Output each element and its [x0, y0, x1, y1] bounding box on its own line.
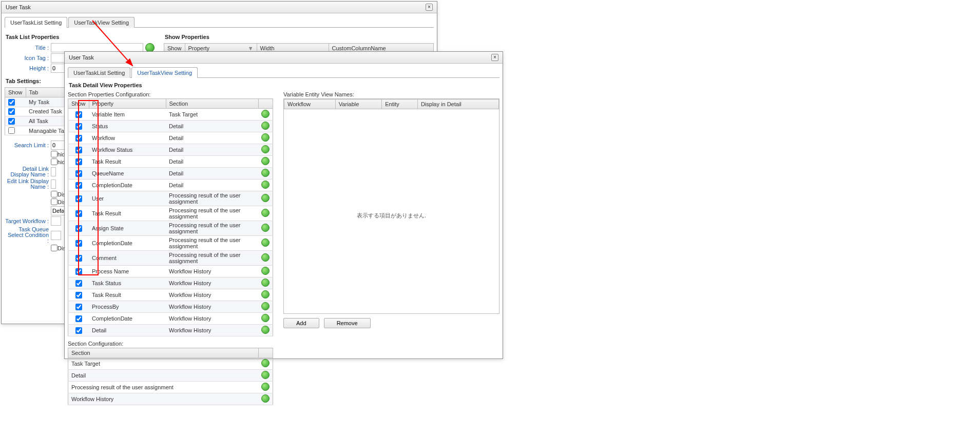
- cb-mytask[interactable]: [8, 99, 15, 106]
- cb-row[interactable]: [75, 123, 82, 130]
- defau-input[interactable]: [51, 206, 65, 215]
- table-row[interactable]: Task Result Detail: [68, 156, 273, 168]
- table-row[interactable]: Detail: [68, 370, 273, 382]
- cb-row[interactable]: [75, 327, 82, 334]
- edit-icon[interactable]: [261, 122, 270, 130]
- tab-usertaskview-front[interactable]: UserTaskView Setting: [131, 67, 198, 78]
- table-row[interactable]: Task Result Workflow History: [68, 289, 273, 301]
- edit-icon[interactable]: [261, 169, 270, 177]
- edit-icon[interactable]: [261, 314, 270, 322]
- edit-icon[interactable]: [261, 181, 270, 189]
- table-row[interactable]: Task Result Processing result of the use…: [68, 206, 273, 221]
- edit-icon[interactable]: [261, 238, 270, 247]
- cb-row[interactable]: [75, 158, 82, 165]
- tab-usertasklist-front[interactable]: UserTaskList Setting: [68, 67, 130, 78]
- edit-icon[interactable]: [261, 383, 270, 391]
- cb-row[interactable]: [75, 225, 82, 232]
- add-button[interactable]: Add: [283, 318, 319, 328]
- remove-button[interactable]: Remove: [324, 318, 371, 328]
- table-row[interactable]: User Processing result of the user assig…: [68, 191, 273, 206]
- tab-usertaskview[interactable]: UserTaskView Setting: [68, 17, 134, 28]
- cb-row[interactable]: [75, 315, 82, 322]
- cell-section: Workflow History: [166, 289, 258, 301]
- show-props-heading: Show Properties: [165, 34, 434, 40]
- edit-icon[interactable]: [261, 359, 270, 367]
- tab-usertasklist[interactable]: UserTaskList Setting: [5, 17, 67, 28]
- edit-icon[interactable]: [261, 302, 270, 310]
- cb-row[interactable]: [75, 280, 82, 287]
- table-row[interactable]: Task Status Workflow History: [68, 277, 273, 289]
- table-row[interactable]: Workflow History: [68, 393, 273, 405]
- cb-dis3[interactable]: [51, 245, 57, 251]
- edit-icon[interactable]: [261, 371, 270, 379]
- edit-icon[interactable]: [261, 209, 270, 217]
- edit-icon[interactable]: [261, 267, 270, 275]
- cell-property: User: [89, 191, 166, 206]
- table-row[interactable]: Workflow Detail: [68, 132, 273, 144]
- close-icon[interactable]: ×: [426, 4, 433, 11]
- table-row[interactable]: Status Detail: [68, 121, 273, 132]
- cb-dis2[interactable]: [51, 198, 57, 205]
- cb-row[interactable]: [75, 147, 82, 153]
- table-row[interactable]: CompletionDate Processing result of the …: [68, 236, 273, 251]
- cb-createdtask[interactable]: [8, 108, 15, 115]
- edit-icon[interactable]: [261, 278, 270, 287]
- table-row[interactable]: QueueName Detail: [68, 168, 273, 180]
- edit-icon[interactable]: [261, 145, 270, 153]
- title-label: Title :: [5, 45, 51, 51]
- cell-section: Workflow History: [166, 266, 258, 277]
- edit-icon[interactable]: [261, 394, 270, 403]
- cb-row[interactable]: [75, 195, 82, 202]
- table-row[interactable]: Assign State Processing result of the us…: [68, 221, 273, 236]
- cb-row[interactable]: [75, 182, 82, 189]
- section-props-label: Section Properties Configuration:: [68, 91, 273, 97]
- cb-row[interactable]: [75, 304, 82, 310]
- edit-link-input[interactable]: [51, 180, 56, 189]
- table-row[interactable]: Task Target: [68, 358, 273, 370]
- cb-hid2[interactable]: [51, 158, 57, 165]
- cb-row[interactable]: [75, 135, 82, 142]
- cb-row[interactable]: [75, 268, 82, 275]
- search-limit-label: Search Limit :: [5, 142, 51, 148]
- detail-link-label: Detail Link Display Name :: [5, 166, 51, 177]
- cb-row[interactable]: [75, 240, 82, 247]
- cb-managable[interactable]: [8, 127, 15, 134]
- section-config-table: Section Task Target Detail Processing re…: [68, 348, 273, 405]
- edit-icon[interactable]: [261, 326, 270, 334]
- detail-link-input[interactable]: [51, 167, 56, 176]
- edit-icon[interactable]: [261, 224, 270, 232]
- cb-dis1[interactable]: [51, 191, 57, 197]
- cell-section-name: Processing result of the user assignment: [68, 382, 259, 393]
- cb-row[interactable]: [75, 255, 82, 262]
- cb-row[interactable]: [75, 170, 82, 177]
- target-wf-input[interactable]: [51, 216, 61, 226]
- cb-row[interactable]: [75, 210, 82, 217]
- cb-alltask[interactable]: [8, 118, 15, 125]
- edit-icon[interactable]: [261, 110, 270, 118]
- table-row[interactable]: Processing result of the user assignment: [68, 382, 273, 393]
- edit-icon[interactable]: [261, 194, 270, 202]
- table-row[interactable]: CompletionDate Workflow History: [68, 313, 273, 325]
- table-row[interactable]: CompletionDate Detail: [68, 180, 273, 191]
- table-row[interactable]: ProcessBy Workflow History: [68, 301, 273, 313]
- close-icon[interactable]: ×: [491, 54, 498, 61]
- table-row[interactable]: Detail Workflow History: [68, 325, 273, 336]
- table-row[interactable]: Process Name Workflow History: [68, 266, 273, 277]
- table-row[interactable]: Comment Processing result of the user as…: [68, 251, 273, 266]
- task-queue-input[interactable]: [51, 231, 61, 240]
- cell-section-name: Workflow History: [68, 393, 259, 405]
- edit-icon[interactable]: [261, 290, 270, 298]
- cb-hid1[interactable]: [51, 151, 57, 157]
- table-row[interactable]: Variable Item Task Target: [68, 109, 273, 121]
- table-row[interactable]: Workflow Status Detail: [68, 144, 273, 156]
- cb-row[interactable]: [75, 111, 82, 118]
- cell-property: Assign State: [89, 221, 166, 236]
- height-label: Height :: [5, 65, 51, 71]
- icon-tag-label: Icon Tag :: [5, 55, 51, 61]
- edit-icon[interactable]: [261, 133, 270, 142]
- edit-icon[interactable]: [261, 157, 270, 165]
- cb-row[interactable]: [75, 292, 82, 298]
- edit-icon[interactable]: [261, 253, 270, 262]
- empty-message: 表示する項目がありません.: [284, 109, 499, 322]
- cell-section: Processing result of the user assignment: [166, 206, 258, 221]
